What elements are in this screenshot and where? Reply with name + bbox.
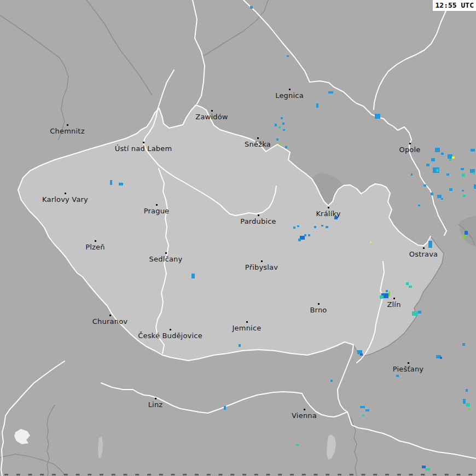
city-label: Churanov (92, 317, 127, 326)
city-label: Chemnitz (50, 127, 84, 135)
city-marker (67, 124, 68, 126)
city-label: Přibyslav (245, 263, 278, 271)
city-marker (95, 240, 96, 242)
city-marker (246, 321, 248, 323)
city-label: Opole (399, 146, 420, 154)
city-marker (143, 142, 144, 143)
city-marker (211, 110, 213, 112)
city-marker (155, 398, 156, 399)
city-marker (170, 329, 171, 330)
city-marker (408, 362, 409, 364)
radar-map-screen: ChemnitzLegnicaZawidówÚstí nad LabemSněž… (0, 0, 476, 476)
city-marker (318, 303, 320, 305)
city-marker (328, 207, 329, 208)
city-label: Jemnice (233, 324, 262, 332)
city-marker (289, 89, 291, 90)
city-marker (423, 247, 425, 249)
city-marker (109, 315, 111, 316)
city-label: Sněžka (245, 140, 271, 148)
city-label: Karlovy Vary (42, 195, 88, 204)
city-label: Vienna (292, 411, 317, 420)
city-marker (304, 409, 305, 410)
city-marker (258, 214, 259, 216)
city-label: Králíky (316, 210, 340, 218)
city-marker (165, 252, 167, 254)
city-marker (409, 143, 411, 144)
city-label: Linz (148, 400, 163, 409)
city-label: Piešťany (393, 365, 424, 373)
city-label: Sedlčany (149, 255, 183, 263)
city-marker (65, 193, 66, 194)
city-label: Brno (310, 306, 327, 314)
city-marker (257, 137, 259, 139)
city-layer: ChemnitzLegnicaZawidówÚstí nad LabemSněž… (0, 0, 476, 476)
city-label: Plzeň (85, 243, 105, 251)
city-marker (156, 204, 158, 206)
city-label: Prague (144, 207, 170, 215)
city-label: Legnica (275, 91, 304, 100)
timestamp: 12:55 UTC (433, 0, 476, 11)
city-label: Ústí nad Labem (115, 144, 172, 153)
city-label: České Budějovice (138, 332, 202, 340)
city-label: Ostrava (409, 250, 438, 258)
city-label: Zawidów (195, 113, 228, 121)
city-marker (261, 260, 263, 262)
city-label: Pardubice (240, 217, 276, 225)
city-marker (393, 298, 395, 299)
city-label: Zlín (387, 300, 400, 309)
